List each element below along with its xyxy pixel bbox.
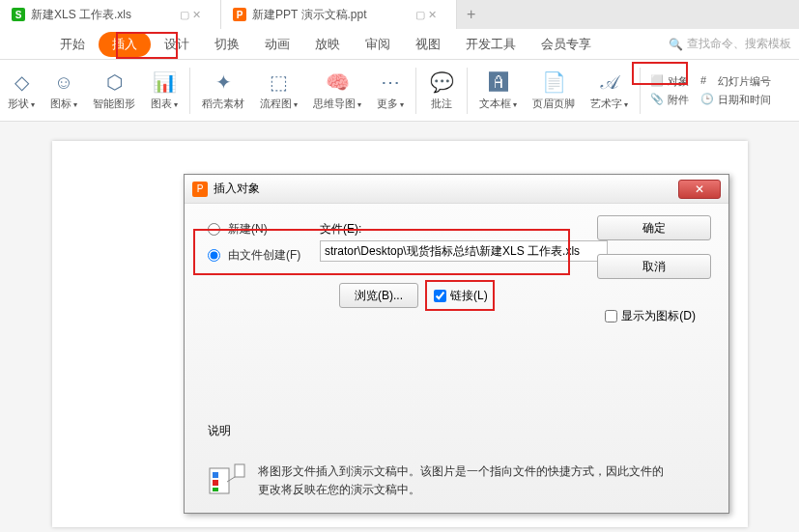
show-as-icon-input[interactable] (605, 310, 617, 322)
menu-devtools[interactable]: 开发工具 (454, 32, 528, 57)
ribbon-docer[interactable]: ✦ 稻壳素材 (194, 68, 252, 113)
insert-object-dialog: P 插入对象 ✕ 新建(N) 由文件创建(F) 文件(E): 浏览(B)... … (184, 174, 729, 514)
search-box[interactable]: 🔍 查找命令、搜索模板 (669, 36, 791, 52)
desc-box: 将图形文件插入到演示文稿中。该图片是一个指向文件的快捷方式，因此文件的更改将反映… (208, 462, 671, 501)
mindmap-icon: 🧠 (325, 70, 350, 95)
desc-label: 说明 (208, 423, 231, 439)
menu-view[interactable]: 视图 (404, 32, 452, 57)
flowchart-icon: ⬚ (267, 70, 292, 95)
close-button[interactable]: ✕ (678, 180, 721, 199)
search-icon: 🔍 (669, 38, 683, 51)
menu-animation[interactable]: 动画 (253, 32, 301, 57)
tab-controls: ▢ ✕ (415, 9, 444, 21)
dialog-body: 新建(N) 由文件创建(F) 文件(E): 浏览(B)... 链接(L) 确定 … (185, 204, 728, 513)
ppt-icon: P (233, 8, 246, 21)
ribbon-slidenum[interactable]: # 幻灯片编号 (700, 74, 771, 89)
menu-insert[interactable]: 插入 (99, 32, 151, 57)
ribbon-side-group: ⬜ 对象 📎 附件 (644, 72, 695, 109)
ribbon-separator (640, 68, 641, 114)
ribbon-separator (415, 68, 416, 114)
ribbon-separator (189, 68, 190, 114)
tab-label: 新建XLS 工作表.xls (31, 7, 131, 23)
radio-from-file[interactable]: 由文件创建(F) (208, 247, 300, 264)
radio-from-file-input[interactable] (208, 249, 220, 262)
ribbon-object[interactable]: ⬜ 对象 (650, 74, 689, 89)
svg-rect-1 (213, 472, 218, 478)
radio-new-input[interactable] (208, 223, 220, 236)
chart-icon: 📊 (152, 70, 177, 95)
ribbon-more[interactable]: ⋯ 更多▾ (369, 68, 412, 113)
desc-text: 将图形文件插入到演示文稿中。该图片是一个指向文件的快捷方式，因此文件的更改将反映… (258, 462, 671, 499)
tab-controls: ▢ ✕ (180, 9, 209, 21)
ribbon-shapes[interactable]: ◇ 形状▾ (0, 68, 43, 113)
radio-new[interactable]: 新建(N) (208, 221, 300, 238)
ribbon-comment[interactable]: 💬 批注 (420, 68, 463, 113)
ribbon-wordart[interactable]: 𝒜 艺术字▾ (583, 68, 636, 113)
ribbon-mindmap[interactable]: 🧠 思维导图▾ (305, 68, 369, 113)
menu-bar: 开始 插入 设计 切换 动画 放映 审阅 视图 开发工具 会员专享 🔍 查找命令… (0, 29, 799, 60)
object-icon: ⬜ (650, 74, 664, 88)
ribbon-flowchart[interactable]: ⬚ 流程图▾ (252, 68, 305, 113)
datetime-icon: 🕒 (700, 93, 714, 106)
docer-icon: ✦ (211, 70, 236, 95)
link-checkbox[interactable]: 链接(L) (434, 283, 488, 308)
search-placeholder: 查找命令、搜索模板 (687, 36, 791, 52)
ppt-icon: P (192, 182, 208, 197)
tab-ppt[interactable]: P 新建PPT 演示文稿.ppt ▢ ✕ (221, 0, 457, 29)
headerfooter-icon: 📄 (541, 70, 566, 95)
shapes-icon: ◇ (9, 70, 34, 95)
file-path-input[interactable] (320, 240, 608, 262)
ribbon-smartart[interactable]: ⬡ 智能图形 (85, 68, 143, 113)
ribbon-datetime[interactable]: 🕒 日期和时间 (700, 93, 771, 107)
desc-link-icon (208, 462, 246, 501)
menu-review[interactable]: 审阅 (354, 32, 402, 57)
browse-button[interactable]: 浏览(B)... (339, 283, 418, 308)
icons-icon: ☺ (51, 70, 76, 95)
menu-design[interactable]: 设计 (153, 32, 201, 57)
svg-rect-3 (213, 488, 218, 491)
ok-button[interactable]: 确定 (597, 215, 711, 240)
menu-slideshow[interactable]: 放映 (303, 32, 352, 57)
tab-bar: S 新建XLS 工作表.xls ▢ ✕ P 新建PPT 演示文稿.ppt ▢ ✕… (0, 0, 799, 29)
cancel-button[interactable]: 取消 (597, 254, 711, 279)
more-icon: ⋯ (378, 70, 403, 95)
file-label: 文件(E): (320, 221, 361, 238)
menu-transition[interactable]: 切换 (203, 32, 251, 57)
link-checkbox-input[interactable] (434, 290, 446, 302)
smartart-icon: ⬡ (101, 70, 127, 95)
ribbon-textbox[interactable]: 🅰 文本框▾ (471, 68, 525, 113)
menu-start[interactable]: 开始 (48, 32, 97, 57)
ribbon-icons[interactable]: ☺ 图标▾ (43, 68, 85, 113)
ribbon-side-group: # 幻灯片编号 🕒 日期和时间 (695, 72, 777, 109)
tab-add-button[interactable]: + (457, 0, 486, 29)
wordart-icon: 𝒜 (597, 70, 622, 95)
menu-member[interactable]: 会员专享 (529, 32, 603, 57)
textbox-icon: 🅰 (486, 70, 511, 95)
radio-group: 新建(N) 由文件创建(F) (208, 221, 300, 273)
attachment-icon: 📎 (650, 93, 664, 106)
xls-icon: S (12, 8, 25, 21)
ribbon-separator (467, 68, 468, 114)
slidenum-icon: # (700, 74, 714, 88)
comment-icon: 💬 (429, 70, 454, 95)
show-as-icon-checkbox[interactable]: 显示为图标(D) (605, 308, 696, 324)
dialog-title-text: 插入对象 (214, 181, 260, 197)
tab-label: 新建PPT 演示文稿.ppt (252, 7, 366, 23)
ribbon-attachment[interactable]: 📎 附件 (650, 93, 689, 107)
tab-xls[interactable]: S 新建XLS 工作表.xls ▢ ✕ (0, 0, 221, 29)
ribbon-headerfooter[interactable]: 📄 页眉页脚 (525, 68, 583, 113)
svg-rect-2 (213, 480, 218, 486)
svg-rect-4 (235, 464, 244, 477)
dialog-titlebar[interactable]: P 插入对象 ✕ (185, 175, 728, 204)
ribbon: ◇ 形状▾ ☺ 图标▾ ⬡ 智能图形 📊 图表▾ ✦ 稻壳素材 ⬚ 流程图▾ 🧠… (0, 60, 799, 122)
ribbon-chart[interactable]: 📊 图表▾ (143, 68, 185, 113)
